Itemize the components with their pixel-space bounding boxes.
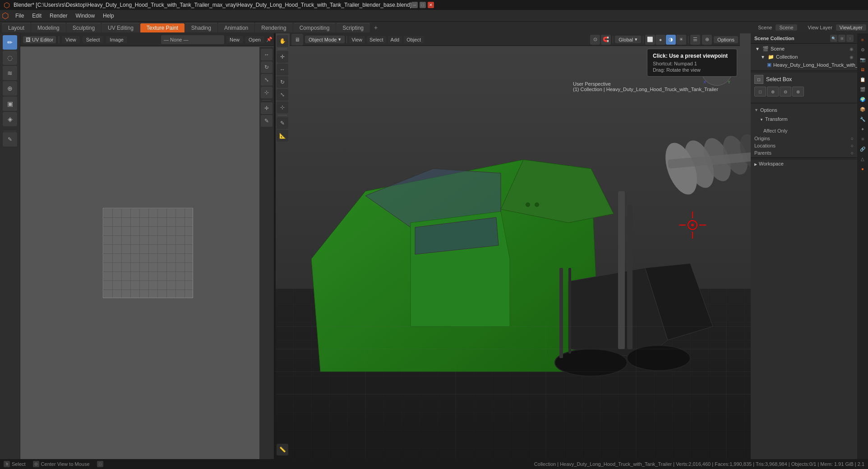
mesh-item[interactable]: ▣ Heavy_Duty_Long_Hood_Truck_with_Tank_T… [753, 61, 855, 69]
collection-item[interactable]: 📁 Collection ◉ [753, 53, 855, 61]
viewport-select-menu[interactable]: Select [367, 36, 386, 43]
rendered-mode-button[interactable]: ☀ [676, 35, 686, 45]
search-outliner-button[interactable]: 🔍 [830, 35, 837, 42]
viewport-rotate-tool[interactable]: ↻ [277, 76, 288, 88]
viewport-move-tool[interactable]: ↔ [277, 64, 288, 75]
view-layer-properties-icon[interactable]: 📋 [858, 75, 867, 84]
viewport-object-menu[interactable]: Object [404, 36, 424, 43]
scene-eye-icon[interactable]: ◉ [850, 46, 854, 51]
constraints-icon[interactable]: 🔗 [858, 144, 867, 153]
scene-item[interactable]: 🎬 Scene ◉ [753, 45, 855, 53]
menu-item-render[interactable]: Render [46, 12, 71, 20]
clone-tool[interactable]: ⊕ [3, 81, 17, 96]
minimize-button[interactable]: ─ [411, 2, 418, 8]
viewport-navigate-tool[interactable]: ✋ [277, 35, 288, 47]
collection-eye-icon[interactable]: ◉ [850, 55, 854, 60]
tab-shading[interactable]: Shading [185, 23, 217, 32]
annotate-tool[interactable]: ✎ [3, 132, 17, 147]
viewport-overlay-button[interactable]: ☰ [690, 35, 700, 45]
viewport-gizmo-button[interactable]: ⊕ [702, 35, 712, 45]
properties-icon[interactable]: ⚙ [858, 45, 867, 54]
viewport-ruler-tool[interactable]: 📏 [277, 444, 288, 455]
select-box-mode-add[interactable]: ⊕ [767, 87, 779, 97]
filter-outliner-button[interactable]: ⊞ [838, 35, 845, 42]
new-image-button[interactable]: New [226, 36, 243, 43]
uv-image-menu[interactable]: Image [106, 36, 127, 43]
object-properties-icon[interactable]: 📦 [858, 105, 867, 114]
tab-modeling[interactable]: Modeling [31, 23, 66, 32]
pin-icon[interactable]: 📌 [266, 37, 272, 42]
render-properties-icon[interactable]: 📷 [858, 55, 867, 64]
material-mode-button[interactable]: ◑ [666, 35, 676, 45]
workspace-header[interactable]: Workspace [754, 161, 854, 166]
tab-scripting[interactable]: Scripting [336, 23, 370, 32]
close-button[interactable]: ✕ [428, 2, 434, 8]
tab-sculpting[interactable]: Sculpting [66, 23, 101, 32]
select-box-mode-invert[interactable]: ⊗ [792, 87, 804, 97]
tab-rendering[interactable]: Rendering [255, 23, 292, 32]
select-box-mode-set[interactable]: □ [754, 87, 766, 97]
object-mode-dropdown[interactable]: Object Mode ▾ [305, 36, 345, 43]
transform-header[interactable]: Transform [760, 115, 854, 123]
view-layer-dropdown[interactable]: ViewLayer [836, 24, 866, 31]
tab-animation[interactable]: Animation [218, 23, 254, 32]
outliner-icon[interactable]: ≡ [858, 35, 867, 44]
uv-viewport[interactable] [20, 47, 275, 459]
menu-item-window[interactable]: Window [72, 12, 98, 20]
uv-scale-tool[interactable]: ⤡ [261, 74, 272, 86]
uv-mode-dropdown[interactable]: 🖼 UV Editor [23, 36, 56, 43]
menu-item-file[interactable]: File [12, 12, 28, 20]
solid-mode-button[interactable]: ● [656, 35, 665, 45]
tab-compositing[interactable]: Compositing [293, 23, 336, 32]
open-image-button[interactable]: Open [245, 36, 264, 43]
options-dropdown[interactable]: Options [714, 36, 738, 43]
output-properties-icon[interactable]: 🖥 [858, 65, 867, 74]
sync-outliner-button[interactable]: ↕ [846, 35, 854, 42]
mask-tool[interactable]: ◈ [3, 112, 17, 126]
uv-3d-splitter[interactable] [274, 33, 276, 459]
image-name-input[interactable]: — None — [161, 35, 224, 44]
uv-annotate-tool[interactable]: ✎ [261, 115, 272, 127]
wireframe-mode-button[interactable]: ⬜ [645, 35, 655, 45]
object-data-icon[interactable]: △ [858, 154, 867, 163]
viewport-scale-tool[interactable]: ⤡ [277, 89, 288, 101]
scene-dropdown[interactable]: Scene [776, 24, 797, 31]
scene-icon: 🎬 [762, 46, 769, 52]
uv-select-menu[interactable]: Select [83, 36, 104, 43]
uv-move-tool[interactable]: ↔ [261, 49, 272, 60]
smear-tool[interactable]: ≋ [3, 66, 17, 80]
menu-item-edit[interactable]: Edit [28, 12, 45, 20]
viewport-3d[interactable]: User Perspective (1) Collection | Heavy_… [275, 33, 751, 459]
tab-texture-paint[interactable]: Texture Paint [140, 23, 185, 32]
viewport-view-menu[interactable]: View [349, 36, 365, 43]
modifier-properties-icon[interactable]: 🔧 [858, 115, 867, 124]
menu-item-help[interactable]: Help [99, 12, 118, 20]
uv-rotate-tool[interactable]: ↻ [261, 61, 272, 73]
world-properties-icon[interactable]: 🌍 [858, 95, 867, 104]
draw-tool[interactable]: ✏ [3, 35, 17, 50]
transform-space-dropdown[interactable]: Global ▾ [615, 36, 641, 43]
tab-uv-editing[interactable]: UV Editing [102, 23, 140, 32]
tab-layout[interactable]: Layout [2, 23, 31, 32]
fill-tool[interactable]: ▣ [3, 97, 17, 111]
viewport-measure-tool[interactable]: 📐 [277, 130, 288, 142]
uv-transform-tool[interactable]: ⊹ [261, 87, 272, 98]
select-box-mode-sub[interactable]: ⊖ [780, 87, 791, 97]
maximize-button[interactable]: □ [420, 2, 426, 8]
options-header[interactable]: Options [754, 106, 854, 114]
uv-cursor-tool[interactable]: ✛ [261, 102, 272, 114]
add-workspace-button[interactable]: + [370, 23, 381, 32]
viewport-snap-button[interactable]: 🧲 [601, 35, 611, 45]
uv-view-menu[interactable]: View [62, 36, 80, 43]
viewport-annotate-tool[interactable]: ✎ [277, 117, 288, 129]
material-icon[interactable]: ● [858, 164, 867, 173]
soften-tool[interactable]: ◌ [3, 51, 17, 65]
scene-properties-icon[interactable]: 🎬 [858, 85, 867, 94]
viewport-transform-tool[interactable]: ⊹ [277, 101, 288, 113]
viewport-pivot-point[interactable]: ⊙ [590, 35, 600, 45]
locations-label: Locations [754, 143, 776, 148]
viewport-cursor-tool[interactable]: ✛ [277, 51, 288, 63]
particles-icon[interactable]: ✦ [858, 124, 867, 133]
viewport-add-menu[interactable]: Add [388, 36, 402, 43]
physics-icon[interactable]: ⚛ [858, 134, 867, 143]
